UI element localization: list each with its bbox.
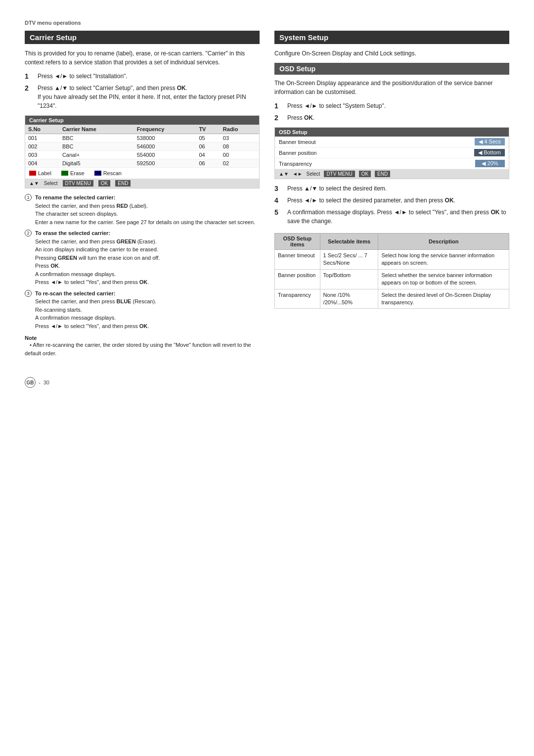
page-header: DTV menu operations — [25, 20, 509, 26]
carrier-table-container: Carrier Setup S.No Carrier Name Frequenc… — [25, 115, 260, 189]
col-freq: Frequency — [134, 125, 196, 134]
page-number: 30 — [44, 379, 49, 385]
col-sno: S.No — [25, 125, 59, 134]
page-badge: GB — [25, 377, 36, 388]
osd-nav-dtv-menu: DTV MENU — [324, 171, 355, 177]
osd-step-4: 4 Press ◄/► to select the desired parame… — [274, 196, 509, 205]
sub-step: 2 To erase the selected carrier: Select … — [25, 229, 260, 286]
table-header: OSD Setup items — [275, 234, 320, 250]
table-row: 001 BBC 538000 05 03 — [25, 134, 259, 142]
osd-info-table: OSD Setup itemsSelectable itemsDescripti… — [274, 233, 509, 309]
table-row: 004 Digital5 592500 06 02 — [25, 159, 259, 168]
system-setup-column: System Setup Configure On-Screen Display… — [274, 31, 509, 357]
osd-step-2: 2 Press OK. — [274, 113, 509, 122]
carrier-step-2: 2 Press ▲/▼ to select "Carrier Setup", a… — [25, 84, 260, 110]
osd-step-1: 1 Press ◄/► to select "System Setup". — [274, 101, 509, 110]
table-row: Transparency None /10% /20%/...50% Selec… — [275, 289, 509, 309]
note-box: Note • After re-scanning the carrier, th… — [25, 335, 260, 357]
table-row: 003 Canal+ 554000 04 00 — [25, 151, 259, 159]
table-row: Banner timeout 1 Sec/2 Secs/ ... 7 Secs/… — [275, 250, 509, 270]
red-btn-icon — [29, 171, 36, 176]
osd-step-5: 5 A confirmation message displays. Press… — [274, 208, 509, 226]
carrier-table-buttons: Label Erase Rescan — [25, 168, 259, 179]
osd-setup-intro: The On-Screen Display appearance and the… — [274, 79, 509, 96]
osd-display-header: OSD Setup — [275, 128, 509, 137]
label-btn: Label — [29, 170, 51, 176]
erase-btn: Erase — [61, 170, 85, 176]
nav-ok: OK — [98, 180, 110, 187]
osd-nav-arrows: ▲▼ — [279, 171, 289, 177]
col-radio: Radio — [220, 125, 259, 134]
col-name: Carrier Name — [59, 125, 134, 134]
carrier-table-header: Carrier Setup — [25, 116, 259, 125]
system-setup-title: System Setup — [274, 31, 509, 44]
carrier-setup-column: Carrier Setup This is provided for you t… — [25, 31, 260, 357]
nav-updown-icon: ▲▼ — [29, 181, 39, 186]
osd-display-row: Banner position ◀ Bottom — [275, 147, 509, 158]
carrier-table-nav: ▲▼ Select DTV MENU OK END — [25, 179, 259, 188]
carrier-setup-intro: This is provided for you to rename (labe… — [25, 49, 260, 67]
nav-dtv-menu: DTV MENU — [63, 180, 93, 187]
table-row: 002 BBC 546000 06 08 — [25, 142, 259, 151]
osd-display: OSD Setup Banner timeout ◀ 4 Secs Banner… — [274, 127, 509, 179]
table-header: Description — [378, 234, 509, 250]
page-footer: GB - 30 — [25, 377, 509, 388]
osd-display-row: Transparency ◀ 20% — [275, 158, 509, 169]
table-row: Banner position Top/Bottom Select whethe… — [275, 269, 509, 289]
sub-step: 1 To rename the selected carrier: Select… — [25, 193, 260, 226]
osd-nav-ok: OK — [359, 171, 371, 177]
table-header: Selectable items — [320, 234, 378, 250]
carrier-step-1: 1 Press ◄/► to select "Installation". — [25, 72, 260, 81]
osd-display-row: Banner timeout ◀ 4 Secs — [275, 137, 509, 147]
system-setup-intro: Configure On-Screen Display and Child Lo… — [274, 49, 509, 58]
blue-btn-icon — [94, 171, 101, 176]
osd-setup-title: OSD Setup — [274, 63, 509, 75]
rescan-btn: Rescan — [94, 170, 122, 176]
green-btn-icon — [61, 171, 68, 176]
sub-step: 3 To re-scan the selected carrier: Selec… — [25, 289, 260, 331]
osd-step-3: 3 Press ▲/▼ to select the desired item. — [274, 184, 509, 193]
osd-nav-end: END — [375, 171, 390, 177]
col-tv: TV — [196, 125, 220, 134]
nav-end: END — [115, 180, 131, 187]
carrier-setup-title: Carrier Setup — [25, 31, 260, 44]
sub-steps: 1 To rename the selected carrier: Select… — [25, 193, 260, 330]
osd-nav: ▲▼ ◄► Select DTV MENU OK END — [275, 169, 509, 179]
carrier-table: S.No Carrier Name Frequency TV Radio 001… — [25, 125, 259, 168]
